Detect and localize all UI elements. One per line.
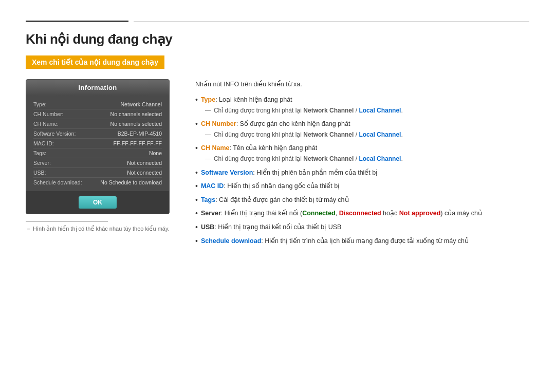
left-panel: Information Type:Network ChannelCH Numbe… — [26, 79, 175, 233]
dialog-footer: OK — [26, 191, 169, 214]
bullet-dot: • — [195, 209, 198, 219]
bullet-dot: • — [195, 195, 198, 206]
local-channel: Local Channel — [359, 107, 401, 114]
dialog-value: No channels selected — [110, 111, 162, 117]
bullet-text: : Tên của kênh hiện đang phát — [229, 144, 317, 152]
dialog-row: MAC ID:FF-FF-FF-FF-FF-FF — [33, 139, 162, 148]
bullet-dot: • — [195, 143, 198, 154]
key-label: Server — [201, 210, 221, 217]
bullet-item: •Type: Loại kênh hiện đang phát—Chỉ dùng… — [195, 95, 529, 116]
dialog-row: Software Version:B2B-EP-MIP-4510 — [33, 129, 162, 139]
dialog-label: Type: — [33, 101, 47, 107]
bullet-content: MAC ID: Hiển thị số nhận dạng gốc của th… — [201, 181, 529, 191]
bullet-item: •Server: Hiển thị trạng thái kết nối (Co… — [195, 208, 529, 219]
page-title: Khi nội dung đang chạy — [26, 31, 529, 47]
bullet-text: : Hiển thị trạng thái kết nối (Connected… — [221, 210, 482, 217]
key-label: CH Name — [201, 144, 230, 152]
dialog-label: MAC ID: — [33, 140, 54, 146]
sub-text: Chỉ dùng được trong khi phát lại Network… — [214, 154, 403, 164]
dialog-value: Not connected — [127, 160, 162, 166]
key-label: MAC ID — [201, 182, 224, 190]
bullet-item: •Schedule download: Hiển thị tiến trình … — [195, 236, 529, 247]
dialog-value: No Schedule to download — [100, 179, 162, 185]
network-channel: Network Channel — [303, 131, 354, 138]
bullet-list: •Type: Loại kênh hiện đang phát—Chỉ dùng… — [195, 95, 529, 246]
bullet-content: USB: Hiển thị trạng thái kết nối của thi… — [201, 222, 529, 232]
intro-line: Nhấn nút INFO trên điều khiển từ xa. — [195, 79, 529, 89]
bullet-item: •CH Number: Số được gán cho kênh hiện đa… — [195, 119, 529, 140]
bullet-dot: • — [195, 181, 198, 192]
dialog-row: CH Number:No channels selected — [33, 109, 162, 119]
bullet-content: CH Number: Số được gán cho kênh hiện đan… — [201, 119, 529, 140]
sub-list: —Chỉ dùng được trong khi phát lại Networ… — [205, 130, 529, 140]
bullet-content: Software Version: Hiển thị phiên bản phầ… — [201, 167, 529, 178]
key-label: Software Version — [201, 169, 253, 176]
bullet-dot: • — [195, 95, 198, 105]
sub-list: —Chỉ dùng được trong khi phát lại Networ… — [205, 154, 529, 164]
key-label: Schedule download — [201, 237, 261, 245]
not-approved-label: Not approved — [399, 210, 441, 217]
bullet-text: : Hiển thị trạng thái kết nối của thiết … — [214, 223, 341, 231]
dialog-row: Server:Not connected — [33, 158, 162, 168]
bullet-text: : Loại kênh hiện đang phát — [215, 96, 292, 103]
sub-dash: — — [205, 154, 211, 163]
bullet-content: Schedule download: Hiển thị tiến trình c… — [201, 236, 529, 246]
sub-item: —Chỉ dùng được trong khi phát lại Networ… — [205, 130, 529, 140]
dialog-value: None — [149, 150, 162, 156]
dialog-label: Schedule download: — [33, 179, 82, 185]
bullet-item: •USB: Hiển thị trạng thái kết nối của th… — [195, 222, 529, 233]
bullet-dot: • — [195, 168, 198, 178]
bullet-item: •Software Version: Hiển thị phiên bản ph… — [195, 167, 529, 178]
key-label: Tags — [201, 196, 215, 203]
bullet-item: •CH Name: Tên của kênh hiện đang phát—Ch… — [195, 143, 529, 164]
bullet-dot: • — [195, 222, 198, 233]
bullet-dot: • — [195, 236, 198, 247]
dialog-row: CH Name:No channels selected — [33, 119, 162, 129]
local-channel: Local Channel — [359, 155, 401, 162]
dialog-box: Information Type:Network ChannelCH Numbe… — [26, 79, 170, 214]
sub-text: Chỉ dùng được trong khi phát lại Network… — [214, 130, 403, 140]
bullet-content: Type: Loại kênh hiện đang phát—Chỉ dùng … — [201, 95, 529, 116]
dialog-value: B2B-EP-MIP-4510 — [118, 130, 162, 137]
sub-text: Chỉ dùng được trong khi phát lại Network… — [214, 106, 403, 116]
dialog-label: Software Version: — [33, 130, 76, 137]
dialog-label: CH Number: — [33, 111, 63, 117]
bullet-item: •Tags: Cài đặt thẻ được gán cho thiết bị… — [195, 195, 529, 206]
bullet-content: CH Name: Tên của kênh hiện đang phát—Chỉ… — [201, 143, 529, 164]
disconnected-label: Disconnected — [339, 210, 381, 217]
network-channel: Network Channel — [303, 107, 354, 114]
sub-dash: — — [205, 130, 211, 139]
footnote-rule — [26, 221, 108, 222]
dialog-row: USB:Not connected — [33, 168, 162, 178]
dialog-value: No channels selected — [110, 121, 162, 127]
dialog-label: USB: — [33, 170, 46, 176]
dialog-row: Type:Network Channel — [33, 100, 162, 109]
bullet-content: Tags: Cài đặt thẻ được gán cho thiết bị … — [201, 195, 529, 205]
ok-button[interactable]: OK — [79, 196, 117, 209]
dialog-label: CH Name: — [33, 121, 59, 127]
bullet-text: : Cài đặt thẻ được gán cho thiết bị từ m… — [215, 196, 348, 203]
bullet-content: Server: Hiển thị trạng thái kết nối (Con… — [201, 208, 529, 218]
sub-item: —Chỉ dùng được trong khi phát lại Networ… — [205, 154, 529, 164]
dialog-value: Not connected — [127, 170, 162, 176]
local-channel: Local Channel — [359, 131, 401, 138]
dialog-label: Server: — [33, 160, 51, 166]
network-channel: Network Channel — [303, 155, 354, 162]
highlight-box: Xem chi tiết của nội dung đang chạy — [26, 55, 164, 69]
key-label: Type — [201, 96, 215, 103]
footnote: － Hình ảnh hiển thị có thể khác nhau tùy… — [26, 225, 175, 233]
sub-dash: — — [205, 106, 211, 115]
dialog-value: Network Channel — [120, 101, 162, 107]
sub-list: —Chỉ dùng được trong khi phát lại Networ… — [205, 106, 529, 116]
bullet-text: : Hiển thị phiên bản phần mềm của thiết … — [253, 169, 378, 176]
bullet-text: : Hiển thị tiến trình của lịch biểu mạng… — [261, 237, 469, 245]
top-rule — [26, 21, 529, 22]
dialog-body: Type:Network ChannelCH Number:No channel… — [26, 96, 169, 191]
dialog-row: Schedule download:No Schedule to downloa… — [33, 178, 162, 187]
key-label: CH Number — [201, 120, 236, 127]
dialog-row: Tags:None — [33, 148, 162, 158]
connected-label: Connected — [302, 210, 336, 217]
dialog-header: Information — [26, 80, 169, 96]
dialog-value: FF-FF-FF-FF-FF-FF — [114, 140, 162, 146]
bullet-item: •MAC ID: Hiển thị số nhận dạng gốc của t… — [195, 181, 529, 192]
